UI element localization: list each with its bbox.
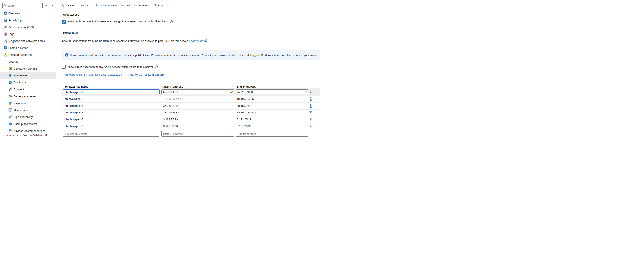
svg-text:DB: DB [10, 82, 11, 83]
svg-text:My: My [4, 13, 6, 15]
svg-text:$: $ [10, 68, 11, 69]
svg-text:101: 101 [5, 47, 6, 48]
